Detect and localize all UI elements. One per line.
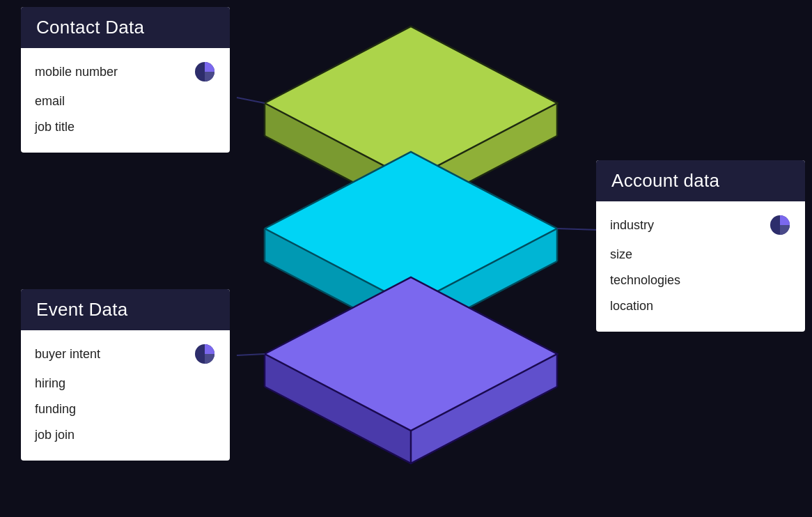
- list-item: buyer intent: [35, 337, 216, 371]
- list-item: technologies: [610, 268, 791, 293]
- account-card-body: industry size technologies location: [596, 201, 805, 332]
- pie-icon: [194, 61, 216, 83]
- contact-card-title: Contact Data: [36, 17, 144, 38]
- item-label: job join: [35, 428, 75, 442]
- list-item: job join: [35, 422, 216, 448]
- pie-icon: [769, 214, 791, 236]
- item-label: buyer intent: [35, 347, 100, 362]
- layer-cyan-left: [265, 229, 411, 338]
- item-label: funding: [35, 402, 76, 417]
- list-item: mobile number: [35, 55, 216, 88]
- item-label: size: [610, 247, 632, 262]
- item-label: technologies: [610, 273, 680, 288]
- item-label: email: [35, 94, 65, 109]
- contact-card-header: Contact Data: [21, 7, 230, 48]
- item-label: location: [610, 299, 653, 314]
- list-item: industry: [610, 208, 791, 242]
- item-label: hiring: [35, 376, 65, 391]
- connector-event-purple: [237, 354, 265, 355]
- list-item: email: [35, 88, 216, 114]
- layer-purple-right: [411, 354, 557, 463]
- layer-purple-left: [265, 354, 411, 463]
- pie-icon: [194, 343, 216, 365]
- list-item: job title: [35, 114, 216, 140]
- item-label: industry: [610, 218, 654, 233]
- connector-contact-green: [237, 98, 265, 103]
- layer-purple-top: [265, 277, 557, 431]
- account-card-header: Account data: [596, 160, 805, 201]
- item-label: job title: [35, 120, 75, 134]
- layer-cyan-right: [411, 229, 557, 338]
- layer-green-top: [265, 26, 557, 180]
- event-card-header: Event Data: [21, 289, 230, 330]
- account-data-card: Account data industry size technologies …: [596, 160, 805, 332]
- layer-green-right: [411, 103, 557, 213]
- contact-card-body: mobile number email job title: [21, 48, 230, 153]
- contact-data-card: Contact Data mobile number email job tit…: [21, 7, 230, 153]
- layer-cyan-top: [265, 152, 557, 305]
- list-item: hiring: [35, 371, 216, 396]
- connector-account-cyan: [557, 229, 599, 230]
- list-item: size: [610, 242, 791, 268]
- list-item: funding: [35, 396, 216, 422]
- scene: Contact Data mobile number email job tit…: [0, 0, 812, 517]
- event-card-body: buyer intent hiring funding job join: [21, 330, 230, 461]
- layer-green-left: [265, 103, 411, 213]
- list-item: location: [610, 293, 791, 319]
- event-data-card: Event Data buyer intent hiring funding j…: [21, 289, 230, 461]
- account-card-title: Account data: [611, 170, 719, 191]
- item-label: mobile number: [35, 65, 118, 79]
- event-card-title: Event Data: [36, 299, 128, 320]
